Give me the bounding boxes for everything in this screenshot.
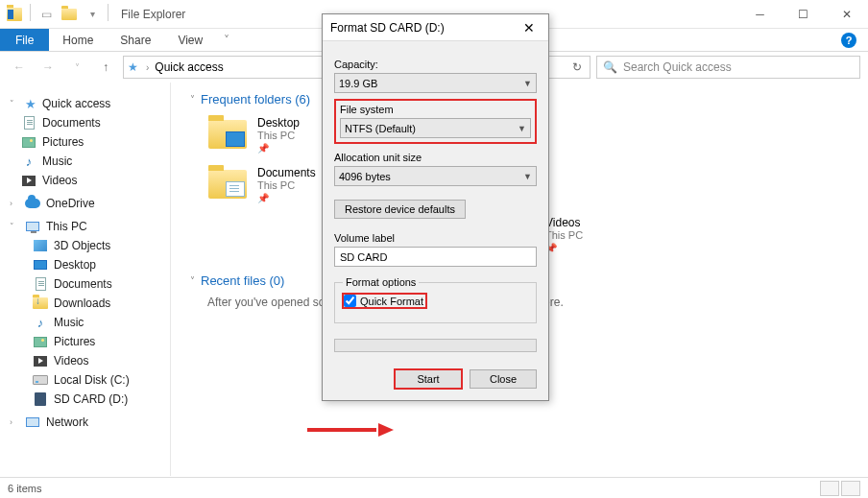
nav-desktop[interactable]: Desktop bbox=[0, 255, 170, 274]
quick-format-row[interactable]: Quick Format bbox=[343, 294, 426, 308]
ribbon-tab-share[interactable]: Share bbox=[107, 29, 164, 51]
view-details-button[interactable] bbox=[820, 481, 839, 496]
restore-defaults-button[interactable]: Restore device defaults bbox=[334, 200, 466, 219]
nav-quick-music[interactable]: ♪Music bbox=[0, 152, 170, 171]
status-item-count: 6 items bbox=[8, 483, 41, 494]
nav-back-button[interactable]: ← bbox=[8, 56, 31, 79]
allocation-select[interactable]: 4096 bytes▼ bbox=[334, 166, 537, 186]
pin-icon: 📌 bbox=[257, 143, 300, 154]
pin-icon: 📌 bbox=[257, 193, 316, 203]
pin-icon: 📌 bbox=[545, 243, 583, 253]
view-large-icons-button[interactable] bbox=[841, 481, 860, 496]
search-placeholder: Search Quick access bbox=[623, 60, 732, 74]
ribbon-tab-view[interactable]: View bbox=[164, 29, 216, 51]
chevron-right-icon: › bbox=[146, 62, 149, 73]
window-title: File Explorer bbox=[115, 8, 185, 21]
format-options-group: Format options Quick Format bbox=[334, 276, 537, 323]
navigation-pane: ˅★Quick access Documents Pictures ♪Music… bbox=[0, 83, 171, 476]
nav-recent-dropdown[interactable]: ˅ bbox=[65, 56, 88, 79]
file-system-label: File system bbox=[340, 104, 531, 115]
search-icon: 🔍 bbox=[603, 60, 617, 74]
format-dialog: Format SD CARD (D:) ✕ Capacity: 19.9 GB▼… bbox=[322, 13, 549, 401]
search-input[interactable]: 🔍 Search Quick access bbox=[596, 56, 860, 79]
dialog-title: Format SD CARD (D:) bbox=[330, 21, 445, 35]
maximize-button[interactable]: ☐ bbox=[782, 0, 825, 29]
nav-videos[interactable]: Videos bbox=[0, 351, 170, 370]
format-progress-bar bbox=[334, 339, 537, 352]
capacity-select[interactable]: 19.9 GB▼ bbox=[334, 73, 537, 93]
explorer-icon bbox=[4, 4, 25, 25]
ribbon-file-tab[interactable]: File bbox=[0, 29, 49, 51]
nav-quick-pictures[interactable]: Pictures bbox=[0, 132, 170, 152]
quick-format-checkbox[interactable] bbox=[344, 295, 356, 307]
volume-label-label: Volume label bbox=[334, 232, 537, 244]
status-bar: 6 items bbox=[0, 477, 868, 498]
start-button[interactable]: Start bbox=[395, 369, 462, 389]
chevron-down-icon: ▼ bbox=[523, 79, 532, 88]
nav-music[interactable]: ♪Music bbox=[0, 313, 170, 332]
volume-label-input[interactable] bbox=[334, 247, 537, 267]
nav-sd-card-d[interactable]: SD CARD (D:) bbox=[0, 390, 170, 409]
nav-downloads[interactable]: Downloads bbox=[0, 294, 170, 313]
nav-quick-access[interactable]: ˅★Quick access bbox=[0, 94, 170, 113]
chevron-down-icon: ▼ bbox=[518, 124, 526, 133]
allocation-label: Allocation unit size bbox=[334, 152, 537, 163]
chevron-down-icon: ˅ bbox=[190, 275, 195, 286]
qat-newfolder-icon[interactable] bbox=[59, 4, 80, 25]
nav-quick-documents[interactable]: Documents bbox=[0, 113, 170, 132]
quick-access-icon: ★ bbox=[128, 60, 138, 74]
ribbon-tab-home[interactable]: Home bbox=[49, 29, 107, 51]
format-options-legend: Format options bbox=[343, 276, 419, 288]
nav-3d-objects[interactable]: 3D Objects bbox=[0, 236, 170, 255]
nav-up-button[interactable]: ↑ bbox=[94, 56, 117, 79]
nav-quick-videos[interactable]: Videos bbox=[0, 171, 170, 190]
address-text: Quick access bbox=[155, 60, 223, 74]
capacity-label: Capacity: bbox=[334, 59, 537, 70]
nav-network[interactable]: ›Network bbox=[0, 413, 170, 432]
dialog-close-button[interactable]: ✕ bbox=[518, 18, 541, 37]
refresh-button[interactable]: ↻ bbox=[568, 60, 586, 74]
nav-pictures[interactable]: Pictures bbox=[0, 332, 170, 351]
minimize-button[interactable]: ─ bbox=[738, 0, 782, 29]
dialog-title-bar[interactable]: Format SD CARD (D:) ✕ bbox=[323, 14, 548, 41]
nav-documents[interactable]: Documents bbox=[0, 274, 170, 294]
ribbon-expand-icon[interactable]: ˅ bbox=[216, 29, 237, 51]
close-button[interactable]: Close bbox=[470, 369, 537, 389]
nav-this-pc[interactable]: ˅This PC bbox=[0, 217, 170, 236]
nav-forward-button[interactable]: → bbox=[36, 56, 60, 79]
quick-format-label: Quick Format bbox=[360, 296, 423, 307]
file-system-select[interactable]: NTFS (Default)▼ bbox=[340, 118, 531, 138]
nav-local-disk-c[interactable]: Local Disk (C:) bbox=[0, 370, 170, 390]
close-button[interactable]: ✕ bbox=[825, 0, 868, 29]
chevron-down-icon: ▼ bbox=[523, 172, 532, 181]
chevron-down-icon: ˅ bbox=[190, 94, 195, 105]
qat-properties-icon[interactable]: ▭ bbox=[36, 4, 57, 25]
qat-dropdown-icon[interactable]: ▾ bbox=[82, 4, 103, 25]
help-button[interactable]: ? bbox=[837, 29, 860, 52]
nav-onedrive[interactable]: ›OneDrive bbox=[0, 194, 170, 213]
